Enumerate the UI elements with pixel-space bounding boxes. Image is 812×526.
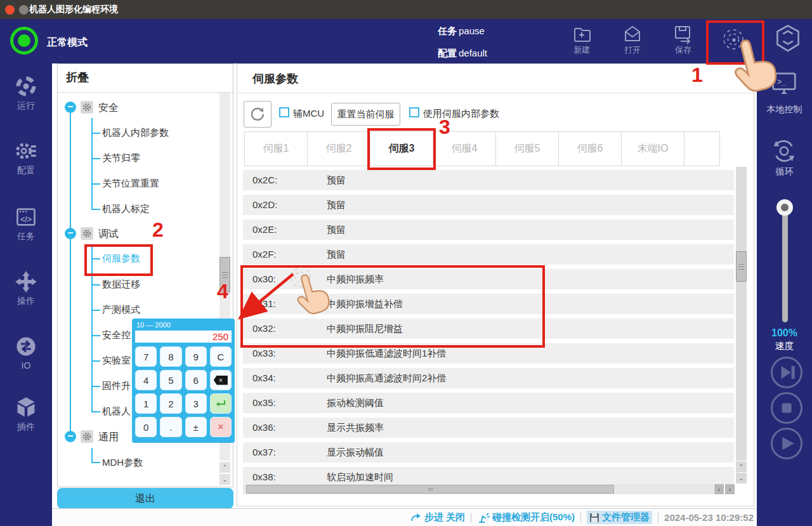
panel-title: 伺服参数 xyxy=(252,71,298,86)
tab-servo6[interactable]: 伺服6 xyxy=(559,132,622,166)
h-scrollbar-thumb[interactable] xyxy=(246,485,614,494)
status-timestamp: 2024-05-23 10:29:52 xyxy=(664,512,754,523)
tree-collapse-toggle[interactable]: – xyxy=(65,102,76,113)
skip-next-button[interactable] xyxy=(771,357,802,388)
speed-slider-track[interactable] xyxy=(782,211,788,322)
key-0[interactable]: 0 xyxy=(135,417,157,437)
tree-collapse-toggle[interactable]: – xyxy=(65,228,76,239)
local-control-button[interactable]: >_ xyxy=(771,71,797,99)
sidebar-item-plugin[interactable]: 插件 xyxy=(0,396,52,433)
tree-item-joint-zero[interactable]: 关节归零 xyxy=(102,152,140,164)
tab-servo5[interactable]: 伺服5 xyxy=(496,132,559,166)
tab-end-io[interactable]: 末端IO xyxy=(622,132,684,166)
speed-slider-dot xyxy=(781,204,789,211)
param-row[interactable]: 0x38:软启动加速时间 xyxy=(243,467,734,484)
param-row[interactable]: 0x35:振动检测阈值 xyxy=(243,393,734,413)
scroll-down-button[interactable]: ⌄ xyxy=(219,474,230,485)
reset-servo-button[interactable]: 重置当前伺服 xyxy=(331,103,400,126)
tap-ripple-icon xyxy=(286,263,315,292)
key-3[interactable]: 3 xyxy=(185,393,207,414)
tree-item-robot-internal-params[interactable]: 机器人内部参数 xyxy=(102,127,169,139)
param-row[interactable]: 0x2E:预留 xyxy=(243,220,734,240)
collision-detect-status[interactable]: 碰撞检测开启(50%) xyxy=(477,511,575,523)
tree-item-safety-control[interactable]: 安全控 xyxy=(102,329,131,341)
key-6[interactable]: 6 xyxy=(185,370,207,390)
param-row[interactable]: 0x37:显示振动幅值 xyxy=(243,442,734,463)
tree-item-joint-position-reset[interactable]: 关节位置重置 xyxy=(102,178,159,190)
tree-item-laboratory[interactable]: 实验室 xyxy=(102,355,131,367)
key-backspace[interactable]: × xyxy=(210,370,232,390)
param-row[interactable]: 0x34:中频抑振高通滤波时间2补偿 xyxy=(243,368,734,388)
config-label: 配置 xyxy=(438,48,457,60)
tree-item-production-test[interactable]: 产测模式 xyxy=(102,304,140,316)
window-close-button[interactable] xyxy=(5,5,15,15)
cube-3d-icon[interactable] xyxy=(774,24,802,56)
scroll-up-button[interactable]: ⌃ xyxy=(736,461,747,472)
table-scrollbar-track[interactable] xyxy=(736,167,747,461)
scroll-up-button[interactable]: ⌃ xyxy=(219,462,230,473)
scroll-left-button[interactable]: ‹ xyxy=(714,484,724,494)
key-7[interactable]: 7 xyxy=(135,346,157,367)
table-scrollbar-thumb[interactable] xyxy=(736,251,747,282)
open-button[interactable]: 打开 xyxy=(610,24,655,56)
window-minimize-button[interactable] xyxy=(19,5,29,15)
key-2[interactable]: 2 xyxy=(160,393,181,414)
task-code-icon: </> xyxy=(15,206,37,228)
play-button[interactable] xyxy=(771,428,802,459)
exit-button[interactable]: 退出 xyxy=(57,488,233,509)
tree-group-debug[interactable]: 调试 xyxy=(98,228,119,241)
save-button[interactable]: 保存 xyxy=(661,24,705,56)
param-row[interactable]: 0x2F:预留 xyxy=(243,244,734,265)
key-4[interactable]: 4 xyxy=(135,370,157,390)
sidebar-item-operate[interactable]: 操作 xyxy=(0,270,52,307)
loop-button[interactable] xyxy=(771,138,797,166)
param-row[interactable]: 0x2D:预留 xyxy=(243,195,734,215)
tree-item-robot[interactable]: 机器人 xyxy=(102,405,131,418)
new-label: 新建 xyxy=(573,45,590,55)
tree-group-safety[interactable]: 安全 xyxy=(98,102,119,115)
use-internal-label: 使用伺服内部参数 xyxy=(423,108,499,120)
keypad-grid: 7 8 9 C 4 5 6 × 1 2 3 0 . ± × xyxy=(135,346,232,437)
step-mode-status[interactable]: 步进 关闭 xyxy=(410,511,465,523)
stop-button[interactable] xyxy=(771,392,802,424)
svg-text:>_: >_ xyxy=(777,77,786,86)
key-dot[interactable]: . xyxy=(160,417,181,437)
aux-mcu-checkbox[interactable] xyxy=(279,107,289,117)
keypad-input[interactable]: 250 xyxy=(135,331,232,343)
use-internal-checkbox[interactable] xyxy=(409,107,419,117)
sidebar-item-task[interactable]: </> 任务 xyxy=(0,206,52,242)
file-manager-button[interactable]: 文件管理器 xyxy=(587,511,652,524)
key-plusminus[interactable]: ± xyxy=(185,417,207,437)
key-5[interactable]: 5 xyxy=(160,370,181,390)
stop-icon xyxy=(773,394,801,422)
key-clear[interactable]: C xyxy=(210,346,232,367)
new-button[interactable]: 新建 xyxy=(560,24,604,56)
tree-group-general[interactable]: 通用 xyxy=(98,431,119,444)
tree-item-mdh-params[interactable]: MDH参数 xyxy=(102,457,143,469)
tab-servo2[interactable]: 伺服2 xyxy=(308,132,370,166)
scroll-right-button[interactable]: › xyxy=(725,484,735,494)
key-8[interactable]: 8 xyxy=(160,346,181,367)
enter-icon xyxy=(216,399,226,408)
svg-text:</>: </> xyxy=(20,215,32,224)
tree-item-data-migration[interactable]: 数据迁移 xyxy=(102,279,140,291)
sidebar-item-config[interactable]: 配置 xyxy=(0,140,52,176)
param-row[interactable]: 0x2C:预留 xyxy=(243,170,734,190)
key-close[interactable]: × xyxy=(210,417,232,437)
plugin-cube-icon xyxy=(15,396,37,419)
sidebar-item-run[interactable]: 运行 xyxy=(0,75,52,112)
tab-servo1[interactable]: 伺服1 xyxy=(245,132,308,166)
sidebar-item-io[interactable]: IO xyxy=(0,335,52,371)
tree-item-firmware-upgrade[interactable]: 固件升 xyxy=(102,380,131,392)
tree-collapse-toggle[interactable]: – xyxy=(65,431,76,442)
scroll-down-button[interactable]: ⌄ xyxy=(736,473,747,483)
divider xyxy=(471,513,471,523)
param-row[interactable]: 0x36:显示共振频率 xyxy=(243,418,734,438)
divider xyxy=(658,513,658,523)
tree-item-robot-calibration[interactable]: 机器人标定 xyxy=(102,203,150,215)
key-enter[interactable] xyxy=(210,393,232,414)
file-manager-icon xyxy=(589,513,599,523)
key-9[interactable]: 9 xyxy=(185,346,207,367)
refresh-button[interactable] xyxy=(244,101,272,128)
key-1[interactable]: 1 xyxy=(135,393,157,414)
